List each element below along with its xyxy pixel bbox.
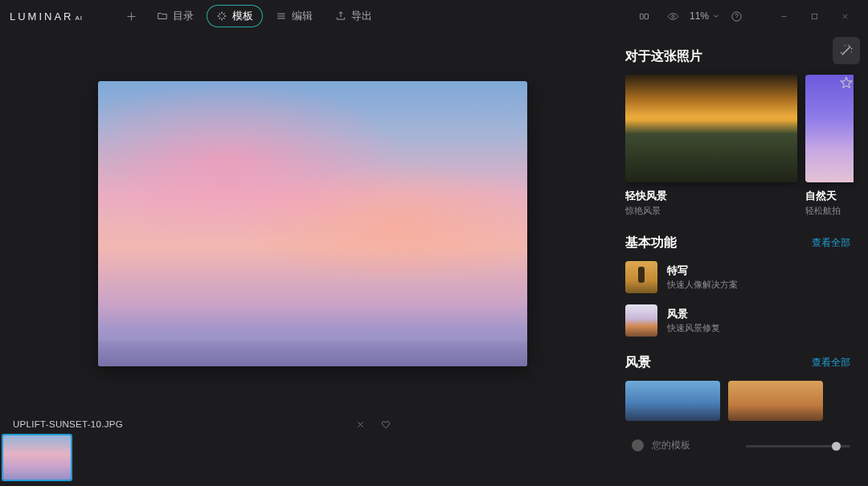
landscape-see-all[interactable]: 查看全部: [812, 356, 850, 370]
templates-dot-icon: [632, 439, 644, 451]
bottom-panel: 您的模板: [625, 434, 868, 452]
intensity-slider[interactable]: [746, 445, 850, 447]
svg-rect-1: [645, 14, 649, 18]
suggestion-cards: 轻快风景 惊艳风景 自然天 轻松航拍: [625, 75, 868, 217]
list-subtitle: 快速人像解决方案: [667, 279, 738, 291]
window-maximize[interactable]: [800, 5, 828, 27]
your-templates[interactable]: 您的模板: [632, 439, 690, 452]
card-title: 自然天: [805, 189, 854, 203]
landscape-thumb-1[interactable]: [625, 381, 720, 421]
card-subtitle: 惊艳风景: [625, 205, 797, 217]
nav-edit-label: 编辑: [292, 10, 313, 23]
window-minimize[interactable]: [770, 5, 797, 27]
magic-button[interactable]: [833, 37, 860, 64]
section-basics-title: 基本功能: [625, 235, 677, 251]
chevron-down-icon: [712, 12, 720, 20]
card-title: 轻快风景: [625, 189, 797, 203]
zoom-value: 11%: [690, 10, 709, 22]
plus-icon: [125, 10, 137, 22]
preview-button[interactable]: [661, 5, 686, 27]
star-button[interactable]: [833, 69, 860, 96]
help-button[interactable]: [723, 5, 749, 27]
basic-item-landscape[interactable]: 风景 快速风景修复: [625, 304, 868, 337]
landscape-strip: [625, 381, 868, 421]
section-landscape-title: 风景: [625, 354, 651, 371]
sparkle-icon: [216, 10, 227, 22]
panel-side-tools: [833, 37, 860, 96]
app-header: LUMINAR AI 目录 模板 编辑 导出 11%: [0, 0, 868, 32]
basics-see-all[interactable]: 查看全部: [812, 236, 850, 250]
nav-export[interactable]: 导出: [326, 5, 382, 27]
nav-catalog-label: 目录: [173, 10, 194, 23]
canvas-wrap: [0, 32, 625, 415]
nav-edit[interactable]: 编辑: [266, 5, 322, 27]
x-icon: [355, 419, 366, 430]
reject-button[interactable]: [354, 417, 368, 431]
your-templates-label: 您的模板: [652, 439, 690, 452]
nav-catalog[interactable]: 目录: [147, 5, 203, 27]
app-name: LUMINAR: [10, 10, 74, 22]
wand-icon: [839, 43, 854, 58]
compare-button[interactable]: [632, 5, 657, 27]
list-thumb: [625, 304, 657, 337]
folder-icon: [157, 10, 168, 22]
main-area: UPLIFT-SUNSET-10.JPG 对于这张照片 轻快风景 惊艳风景: [0, 32, 868, 434]
close-icon: [841, 12, 850, 21]
canvas-column: UPLIFT-SUNSET-10.JPG: [0, 32, 625, 434]
app-logo: LUMINAR AI: [10, 10, 83, 22]
zoom-dropdown[interactable]: 11%: [690, 10, 720, 22]
maximize-icon: [810, 12, 819, 21]
sliders-icon: [276, 10, 287, 22]
list-title: 特写: [667, 263, 738, 278]
window-close[interactable]: [831, 5, 858, 27]
filmstrip-thumb-selected[interactable]: [3, 435, 71, 480]
svg-rect-4: [812, 14, 817, 18]
list-subtitle: 快速风景修复: [667, 322, 720, 334]
file-name: UPLIFT-SUNSET-10.JPG: [13, 419, 123, 429]
card-quick-landscape[interactable]: 轻快风景 惊艳风景: [625, 75, 797, 217]
basic-item-portrait[interactable]: 特写 快速人像解决方案: [625, 261, 868, 293]
list-thumb: [625, 261, 657, 293]
filmstrip: [0, 434, 625, 481]
card-thumb: [625, 75, 797, 182]
export-icon: [335, 10, 346, 22]
eye-icon: [667, 10, 679, 22]
nav-templates[interactable]: 模板: [207, 5, 263, 27]
nav-templates-label: 模板: [232, 10, 253, 23]
star-icon: [839, 76, 854, 90]
nav-export-label: 导出: [351, 10, 372, 23]
add-button[interactable]: [118, 5, 144, 27]
compare-icon: [638, 10, 650, 22]
heart-icon: [381, 419, 391, 430]
app-name-suffix: AI: [76, 14, 84, 22]
section-for-this-photo: 对于这张照片: [625, 48, 868, 65]
list-title: 风景: [667, 307, 720, 321]
templates-panel: 对于这张照片 轻快风景 惊艳风景 自然天 轻松航拍 基本功能 查看全部: [625, 32, 868, 434]
bottom-bar: 您的模板: [0, 434, 868, 486]
section-basics-head: 基本功能 查看全部: [625, 235, 868, 251]
help-icon: [731, 10, 743, 22]
minimize-icon: [780, 12, 788, 21]
svg-point-2: [672, 14, 674, 17]
landscape-thumb-2[interactable]: [728, 381, 823, 421]
svg-rect-0: [641, 14, 644, 18]
section-landscape-head: 风景 查看全部: [625, 354, 868, 371]
photo-preview[interactable]: [98, 81, 527, 366]
panel-scroll: 对于这张照片 轻快风景 惊艳风景 自然天 轻松航拍 基本功能 查看全部: [625, 48, 868, 421]
card-subtitle: 轻松航拍: [805, 205, 854, 217]
file-info-row: UPLIFT-SUNSET-10.JPG: [0, 415, 625, 434]
favorite-button[interactable]: [379, 417, 394, 431]
